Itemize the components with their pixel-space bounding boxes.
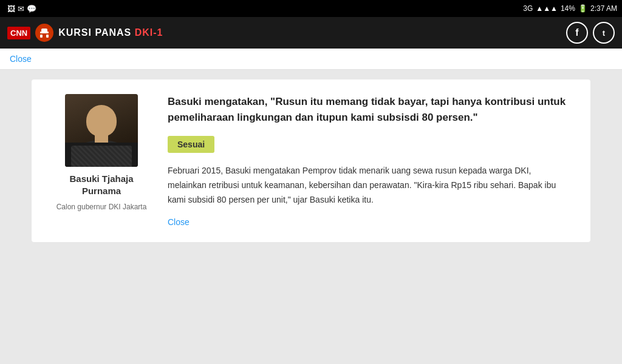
email-icon: ✉ [18, 4, 24, 13]
card-right: Basuki mengatakan, "Rusun itu memang tid… [168, 94, 572, 228]
top-close-link[interactable]: Close [10, 54, 32, 64]
svg-rect-1 [40, 35, 43, 38]
battery-label: 14% [561, 4, 575, 13]
avatar-image [65, 94, 138, 167]
avatar [65, 94, 138, 167]
twitter-button[interactable]: t [593, 22, 615, 44]
navbar-title: KURSI PANAS DKI-1 [58, 27, 163, 38]
status-bar-left: 🖼 ✉ 💬 [7, 4, 36, 13]
chat-icon: 💬 [27, 4, 36, 13]
facebook-button[interactable]: f [566, 22, 588, 44]
person-name: Basuki Tjahaja Purnama [50, 173, 153, 197]
battery-icon: 🔋 [578, 4, 587, 13]
page-wrapper: Close Basuki Tjahaja Purnama Calon guber… [0, 49, 622, 364]
status-bar: 🖼 ✉ 💬 3G ▲▲▲ 14% 🔋 2:37 AM [0, 0, 622, 17]
badge-sesuai: Sesuai [168, 136, 214, 153]
navbar-right: f t [566, 22, 615, 44]
svg-rect-3 [41, 29, 47, 32]
bottom-close-link[interactable]: Close [168, 217, 190, 227]
person-title: Calon gubernur DKI Jakarta [56, 203, 147, 211]
network-label: 3G [523, 4, 533, 13]
navbar: CNN KURSI PANAS DKI-1 f t [0, 17, 622, 49]
top-close-bar: Close [0, 49, 622, 70]
status-bar-right: 3G ▲▲▲ 14% 🔋 2:37 AM [523, 4, 617, 13]
time-label: 2:37 AM [590, 4, 617, 13]
content-card: Basuki Tjahaja Purnama Calon gubernur DK… [32, 79, 590, 242]
kursi-logo-icon [35, 24, 53, 42]
signal-icon: ▲▲▲ [536, 4, 558, 13]
twitter-icon: t [603, 29, 605, 38]
card-left: Basuki Tjahaja Purnama Calon gubernur DK… [50, 94, 153, 228]
facebook-icon: f [575, 27, 578, 38]
bottom-close: Close [168, 217, 572, 228]
cnn-logo: CNN [7, 27, 30, 39]
svg-rect-2 [46, 35, 49, 38]
quote-text: Basuki mengatakan, "Rusun itu memang tid… [168, 94, 572, 125]
navbar-left: CNN KURSI PANAS DKI-1 [7, 24, 163, 42]
description-text: Februari 2015, Basuki mengatakan Pemprov… [168, 164, 572, 207]
image-icon: 🖼 [7, 4, 15, 13]
